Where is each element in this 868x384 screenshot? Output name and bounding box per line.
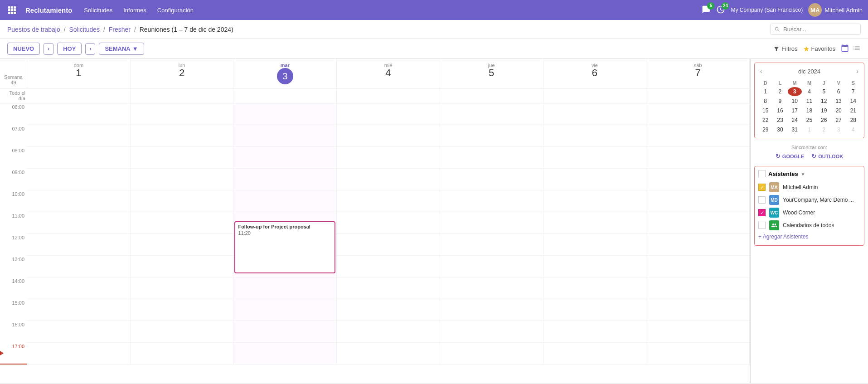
mini-cal-day-2-5[interactable]: 20 (831, 106, 845, 115)
today-button[interactable]: HOY (57, 43, 82, 55)
grid-cell-7-3[interactable] (337, 256, 440, 277)
grid-cell-3-2[interactable] (233, 169, 337, 190)
day-header-4[interactable]: jue 5 (440, 59, 543, 88)
attendees-label[interactable]: Asistentes ▼ (768, 170, 805, 177)
grid-cell-4-2[interactable] (233, 190, 337, 212)
grid-cell-8-1[interactable] (131, 277, 234, 299)
grid-cell-6-3[interactable] (337, 234, 440, 256)
all-day-sab[interactable] (646, 88, 750, 103)
grid-cell-11-5[interactable] (543, 343, 647, 365)
menu-configuracion[interactable]: Configuración (153, 5, 198, 15)
all-day-dom[interactable] (27, 88, 131, 103)
mini-cal-day-4-5[interactable]: 3 (831, 125, 845, 134)
grid-cell-2-0[interactable] (27, 147, 131, 169)
list-view-icon[interactable] (853, 44, 861, 54)
grid-cell-3-6[interactable] (646, 169, 750, 190)
mini-cal-day-0-0[interactable]: 1 (758, 87, 772, 96)
all-day-lun[interactable] (131, 88, 234, 103)
add-attendee-button[interactable]: + Agregar Asistentes (758, 232, 860, 242)
mini-cal-day-3-5[interactable]: 27 (831, 116, 845, 125)
mini-cal-day-1-0[interactable]: 8 (758, 97, 772, 106)
grid-cell-0-1[interactable] (131, 103, 234, 125)
grid-cell-10-3[interactable] (337, 321, 440, 343)
mini-cal-next[interactable]: › (854, 67, 860, 76)
clock-icon-button[interactable]: 24 (716, 5, 725, 15)
mini-cal-day-1-2[interactable]: 10 (788, 97, 802, 106)
grid-cell-8-0[interactable] (27, 277, 131, 299)
google-sync-button[interactable]: ↻ GOOGLE (776, 153, 804, 160)
apps-grid-icon[interactable] (5, 4, 18, 16)
grid-cell-4-5[interactable] (543, 190, 647, 212)
search-bar[interactable] (770, 24, 861, 35)
mini-cal-day-4-3[interactable]: 1 (802, 125, 816, 134)
grid-cell-4-4[interactable] (440, 190, 543, 212)
mini-cal-day-3-4[interactable]: 26 (817, 116, 831, 125)
mini-cal-day-4-1[interactable]: 30 (773, 125, 787, 134)
search-input[interactable] (783, 26, 856, 33)
new-button[interactable]: NUEVO (7, 43, 40, 55)
grid-cell-8-4[interactable] (440, 277, 543, 299)
grid-cell-0-2[interactable] (233, 103, 337, 125)
week-view-button[interactable]: SEMANA ▼ (99, 43, 144, 55)
attendee-item-mitchell[interactable]: ✓ MA Mitchell Admin (758, 181, 860, 194)
mini-cal-day-2-6[interactable]: 21 (846, 106, 860, 115)
chat-icon-button[interactable]: 5 (702, 5, 711, 15)
mini-cal-day-1-3[interactable]: 11 (802, 97, 816, 106)
mini-cal-day-2-2[interactable]: 17 (788, 106, 802, 115)
mini-cal-day-3-2[interactable]: 24 (788, 116, 802, 125)
grid-cell-1-2[interactable] (233, 125, 337, 147)
grid-cell-10-1[interactable] (131, 321, 234, 343)
grid-cell-8-6[interactable] (646, 277, 750, 299)
grid-cell-0-6[interactable] (646, 103, 750, 125)
time-grid-scroll[interactable]: 06:0007:0008:0009:0010:0011:00Follow-up … (0, 103, 750, 383)
grid-cell-1-3[interactable] (337, 125, 440, 147)
attendees-all-checkbox[interactable] (758, 170, 766, 177)
grid-cell-9-6[interactable] (646, 299, 750, 321)
grid-cell-4-1[interactable] (131, 190, 234, 212)
grid-cell-0-5[interactable] (543, 103, 647, 125)
mini-cal-day-1-4[interactable]: 12 (817, 97, 831, 106)
grid-cell-7-0[interactable] (27, 256, 131, 277)
all-day-vie[interactable] (543, 88, 647, 103)
day-header-1[interactable]: lun 2 (131, 59, 234, 88)
grid-cell-11-1[interactable] (131, 343, 234, 365)
grid-cell-9-5[interactable] (543, 299, 647, 321)
attendee-checkbox-all[interactable] (758, 222, 766, 229)
grid-cell-10-5[interactable] (543, 321, 647, 343)
grid-cell-5-2[interactable]: Follow-up for Project proposal11:20 (233, 212, 337, 234)
all-day-jue[interactable] (440, 88, 543, 103)
grid-cell-4-0[interactable] (27, 190, 131, 212)
day-header-2-today[interactable]: mar 3 (233, 59, 337, 88)
mini-cal-day-1-1[interactable]: 9 (773, 97, 787, 106)
grid-cell-11-2[interactable] (233, 343, 337, 365)
mini-cal-day-2-3[interactable]: 18 (802, 106, 816, 115)
grid-cell-3-0[interactable] (27, 169, 131, 190)
grid-cell-1-4[interactable] (440, 125, 543, 147)
grid-cell-2-3[interactable] (337, 147, 440, 169)
mini-cal-day-0-4[interactable]: 5 (817, 87, 831, 96)
breadcrumb-fresher[interactable]: Fresher (109, 26, 131, 33)
grid-cell-3-5[interactable] (543, 169, 647, 190)
grid-cell-4-6[interactable] (646, 190, 750, 212)
all-day-mar[interactable] (233, 88, 337, 103)
grid-cell-11-6[interactable] (646, 343, 750, 365)
event-followup[interactable]: Follow-up for Project proposal11:20 (234, 221, 335, 273)
grid-cell-0-4[interactable] (440, 103, 543, 125)
grid-cell-9-4[interactable] (440, 299, 543, 321)
mini-cal-day-0-6[interactable]: 7 (846, 87, 860, 96)
mini-cal-day-3-6[interactable]: 28 (846, 116, 860, 125)
all-day-mie[interactable] (337, 88, 440, 103)
grid-cell-9-0[interactable] (27, 299, 131, 321)
mini-cal-day-4-6[interactable]: 4 (846, 125, 860, 134)
mini-cal-day-0-2[interactable]: 3 (788, 87, 802, 96)
attendee-checkbox-woodcorner[interactable]: ✓ (758, 209, 766, 216)
grid-cell-9-1[interactable] (131, 299, 234, 321)
grid-cell-1-5[interactable] (543, 125, 647, 147)
user-menu[interactable]: MA Mitchell Admin (808, 3, 863, 17)
grid-cell-3-1[interactable] (131, 169, 234, 190)
grid-cell-8-2[interactable] (233, 277, 337, 299)
mini-cal-prev[interactable]: ‹ (758, 67, 764, 76)
mini-cal-day-2-4[interactable]: 19 (817, 106, 831, 115)
grid-cell-2-1[interactable] (131, 147, 234, 169)
grid-cell-2-2[interactable] (233, 147, 337, 169)
